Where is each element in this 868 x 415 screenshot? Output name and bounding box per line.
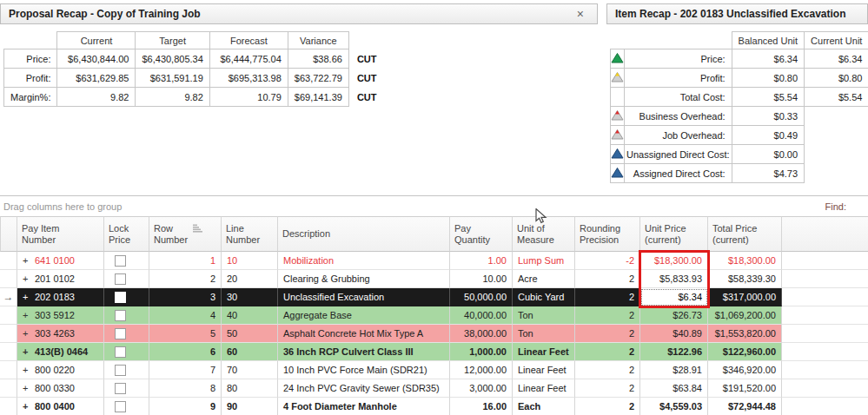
cell-lock[interactable] (104, 306, 149, 325)
cell-pay-quantity[interactable]: 1,000.00 (450, 343, 513, 361)
cell-row-number[interactable]: 4 (149, 306, 222, 325)
cell-uom[interactable]: Linear Feet (513, 361, 575, 379)
cell-lock[interactable] (104, 343, 149, 361)
cell-lock[interactable] (104, 325, 149, 343)
expand-icon[interactable]: + (23, 401, 32, 412)
expand-icon[interactable]: + (23, 328, 32, 339)
column-header-uom[interactable]: Unit of Measure (513, 216, 575, 252)
cell-lock[interactable] (104, 252, 149, 270)
cell-uom[interactable]: Acre (513, 270, 575, 288)
column-header-rounding[interactable]: Rounding Precision (575, 216, 640, 252)
cell-unit-price[interactable]: $28.91 (640, 361, 708, 379)
cell-pay-quantity[interactable]: 3,000.00 (450, 379, 513, 398)
cell-description[interactable]: Clearing & Grubbing (278, 270, 450, 288)
table-row[interactable]: →+202 0183330Unclassified Excavation50,0… (0, 288, 868, 306)
cell-total-price[interactable]: $122,960.00 (708, 343, 782, 361)
cell-pay-item[interactable]: +202 0183 (17, 288, 104, 306)
cell-pay-item[interactable]: +800 0330 (17, 379, 104, 398)
cell-line-number[interactable]: 50 (222, 325, 278, 343)
cell-row-number[interactable]: 8 (149, 379, 222, 398)
cell-description[interactable]: 4 Foot Diameter Manhole (278, 398, 450, 415)
cell-line-number[interactable]: 70 (222, 361, 278, 379)
cell-unit-price[interactable]: $122.96 (640, 343, 708, 361)
cell-total-price[interactable]: $1,069,200.00 (708, 306, 782, 325)
table-row[interactable]: +201 0102220Clearing & Grubbing10.00Acre… (0, 270, 868, 288)
lock-price-checkbox[interactable] (115, 401, 126, 412)
column-header-unit-price[interactable]: Unit Price (current) (640, 216, 708, 252)
expand-icon[interactable]: + (23, 255, 32, 266)
cell-uom[interactable]: Ton (513, 306, 575, 325)
table-row[interactable]: +413(B) 046466036 Inch RCP Culvert Class… (0, 343, 868, 361)
cell-total-price[interactable]: $58,339.30 (708, 270, 782, 288)
expand-icon[interactable]: + (23, 365, 32, 375)
cell-rounding[interactable]: 2 (575, 398, 640, 415)
lock-price-checkbox[interactable] (115, 346, 126, 358)
cell-unit-price[interactable]: $6.34 (640, 288, 708, 306)
cell-rounding[interactable]: -2 (575, 252, 640, 270)
column-header-pay-quantity[interactable]: Pay Quantity (450, 216, 513, 252)
close-icon[interactable]: × (572, 8, 589, 20)
cell-unit-price[interactable]: $4,559.03 (640, 398, 708, 415)
lock-price-checkbox[interactable] (115, 292, 126, 303)
expand-icon[interactable]: + (23, 310, 32, 320)
cell-description[interactable]: Mobilization (278, 252, 450, 270)
cell-pay-quantity[interactable]: 1.00 (450, 252, 513, 270)
expand-icon[interactable]: + (23, 292, 32, 302)
lock-price-checkbox[interactable] (115, 328, 126, 339)
cell-unit-price[interactable]: $63.84 (640, 379, 708, 398)
column-header-lock[interactable]: Lock Price (104, 216, 149, 252)
table-row[interactable]: +800 022077010 Inch PVC Force Main (SDR2… (0, 361, 868, 379)
cell-uom[interactable]: Linear Feet (513, 379, 575, 398)
cell-unit-price[interactable]: $40.89 (640, 325, 708, 343)
cell-row-number[interactable]: 5 (149, 325, 222, 343)
cell-pay-quantity[interactable]: 38,000.00 (450, 325, 513, 343)
column-header-total-price[interactable]: Total Price (current) (708, 216, 782, 252)
cell-uom[interactable]: Each (513, 398, 575, 415)
cell-line-number[interactable]: 20 (222, 270, 278, 288)
lock-price-checkbox[interactable] (115, 310, 126, 321)
cell-pay-quantity[interactable]: 40,000.00 (450, 306, 513, 325)
cell-total-price[interactable]: $72,944.48 (708, 398, 782, 415)
table-row[interactable]: +800 04009904 Foot Diameter Manhole16.00… (0, 398, 868, 415)
cell-description[interactable]: 24 Inch PVC Gravity Sewer (SDR35) (278, 379, 450, 398)
cell-rounding[interactable]: 2 (575, 270, 640, 288)
cell-unit-price[interactable]: $18,300.00 (640, 252, 708, 270)
cell-pay-item[interactable]: +641 0100 (17, 252, 104, 270)
lock-price-checkbox[interactable] (115, 365, 126, 376)
group-by-panel[interactable]: Drag columns here to group Find: (0, 195, 868, 216)
cell-total-price[interactable]: $317,000.00 (708, 288, 782, 306)
cell-pay-item[interactable]: +800 0220 (17, 361, 104, 379)
column-header-row-number[interactable]: Row Number (149, 216, 222, 252)
cell-rounding[interactable]: 2 (575, 325, 640, 343)
cell-uom[interactable]: Cubic Yard (513, 288, 575, 306)
expand-icon[interactable]: + (23, 273, 32, 284)
cell-pay-quantity[interactable]: 50,000.00 (450, 288, 513, 306)
lock-price-checkbox[interactable] (115, 255, 126, 267)
cell-rounding[interactable]: 2 (575, 361, 640, 379)
cell-pay-quantity[interactable]: 10.00 (450, 270, 513, 288)
cell-pay-item[interactable]: +413(B) 0464 (17, 343, 104, 361)
cell-rounding[interactable]: 2 (575, 288, 640, 306)
cell-line-number[interactable]: 80 (222, 379, 278, 398)
cell-lock[interactable] (104, 379, 149, 398)
cell-lock[interactable] (104, 398, 149, 415)
cell-total-price[interactable]: $346,920.00 (708, 361, 782, 379)
cell-row-number[interactable]: 1 (149, 252, 222, 270)
cell-rounding[interactable]: 2 (575, 343, 640, 361)
cell-row-number[interactable]: 6 (149, 343, 222, 361)
cell-description[interactable]: 10 Inch PVC Force Main (SDR21) (278, 361, 450, 379)
cell-line-number[interactable]: 60 (222, 343, 278, 361)
cell-description[interactable]: Aggregate Base (278, 306, 450, 325)
cell-row-number[interactable]: 7 (149, 361, 222, 379)
cell-pay-item[interactable]: +303 5912 (17, 306, 104, 325)
cell-total-price[interactable]: $191,520.00 (708, 379, 782, 398)
cell-pay-quantity[interactable]: 12,000.00 (450, 361, 513, 379)
cell-uom[interactable]: Lump Sum (513, 252, 575, 270)
cell-rounding[interactable]: 2 (575, 306, 640, 325)
cell-uom[interactable]: Ton (513, 325, 575, 343)
table-row[interactable]: +303 4263550Asphalt Concrete Hot Mix Typ… (0, 325, 868, 343)
cell-lock[interactable] (104, 361, 149, 379)
expand-icon[interactable]: + (23, 383, 32, 393)
cell-line-number[interactable]: 30 (222, 288, 278, 306)
lock-price-checkbox[interactable] (115, 273, 126, 285)
